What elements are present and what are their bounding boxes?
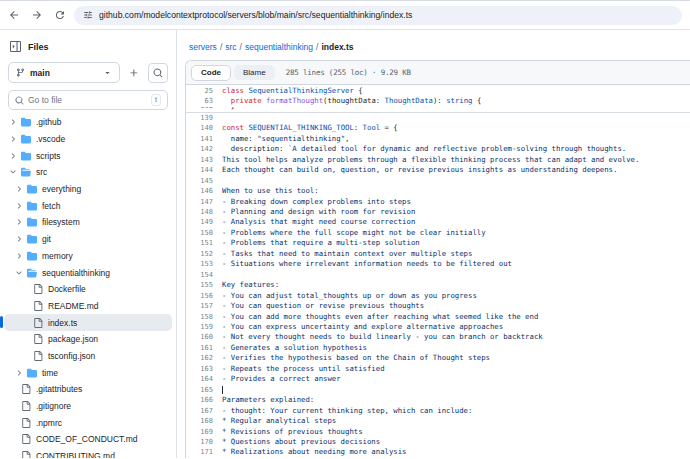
line-number[interactable]: 170 [186,437,222,447]
line-number[interactable]: 141 [186,134,222,144]
line-number[interactable]: 166 [186,395,222,405]
line-number[interactable]: 157 [186,301,222,311]
line-number[interactable]: 143 [186,155,222,165]
line-number[interactable]: 146 [186,186,222,196]
branch-selector[interactable]: main [8,62,120,83]
chevron-down-icon [15,269,23,277]
line-number[interactable]: 142 [186,144,222,154]
code-line-168: 168* Regular analytical steps [186,416,690,426]
tree-item-label: .github [36,117,62,127]
tree-item-Dockerfile[interactable]: Dockerfile [4,281,172,298]
file-tree: .github.vscodescriptssrceverythingfetchf… [0,114,176,458]
tree-item-tsconfig.json[interactable]: tsconfig.json [4,348,172,365]
breadcrumb-item-sequentialthinking[interactable]: sequentialthinking [245,42,313,52]
code-text: - You can add more thoughts even after r… [222,312,538,322]
code-token: - Planning and design with room for revi… [222,207,415,216]
line-number[interactable]: 164 [186,374,222,384]
url-bar[interactable]: github.com/modelcontextprotocol/servers/… [74,6,682,25]
tree-item-label: README.md [48,301,99,311]
line-number[interactable]: 156 [186,291,222,301]
line-number[interactable]: 138 [186,107,222,112]
code-text: - Generates a solution hypothesis [222,343,367,353]
url-text[interactable]: github.com/modelcontextprotocol/servers/… [99,10,412,20]
tree-item-.gitattributes[interactable]: .gitattributes [4,381,172,398]
tree-item-label: everything [42,184,81,194]
line-number[interactable]: 155 [186,280,222,290]
tab-blame[interactable]: Blame [234,65,275,80]
tree-item-scripts[interactable]: scripts [4,147,172,164]
code-token: * Regular analytical steps [222,416,336,425]
search-files-button[interactable] [148,63,168,83]
line-number[interactable]: 171 [186,447,222,457]
go-to-file-placeholder: Go to file [28,95,62,105]
line-number[interactable]: 159 [186,322,222,332]
line-number[interactable]: 167 [186,406,222,416]
code-line-142: 142 description: `A detailed tool for dy… [186,144,690,154]
tree-item-filesystem[interactable]: filesystem [4,214,172,231]
breadcrumb-item-servers[interactable]: servers [189,42,217,52]
code-line-170: 170* Questions about previous decisions [186,437,690,447]
sidebar-collapse-icon[interactable] [10,41,21,52]
tree-item-git[interactable]: git [4,231,172,248]
tree-item-CODE_OF_CONDUCT.md[interactable]: CODE_OF_CONDUCT.md [4,431,172,448]
line-number[interactable]: 151 [186,238,222,248]
line-number[interactable]: 160 [186,332,222,342]
tree-item-.github[interactable]: .github [4,114,172,131]
tree-item-README.md[interactable]: README.md [4,298,172,315]
code-text: - Analysis that might need course correc… [222,217,415,227]
line-number[interactable]: 144 [186,165,222,175]
tree-item-.gitignore[interactable]: .gitignore [4,398,172,415]
tree-item-package.json[interactable]: package.json [4,331,172,348]
code-text: - Repeats the process until satisfied [222,364,385,374]
forward-icon[interactable] [31,9,43,21]
code-line-161: 161- Generates a solution hypothesis [186,343,690,353]
tree-item-index.ts[interactable]: index.ts [4,314,172,331]
tree-item-src[interactable]: src [4,164,172,181]
tree-item-.vscode[interactable]: .vscode [4,131,172,148]
line-number[interactable]: 169 [186,427,222,437]
line-number[interactable]: 152 [186,249,222,259]
code-token: : [354,123,363,132]
reload-icon[interactable] [54,9,66,21]
line-number[interactable]: 154 [186,270,222,280]
tree-item-everything[interactable]: everything [4,181,172,198]
line-number[interactable]: 163 [186,364,222,374]
tree-item-sequentialthinking[interactable]: sequentialthinking [4,264,172,281]
go-to-file-input[interactable]: Go to file t [8,90,168,110]
add-file-button[interactable] [125,64,143,82]
line-number[interactable]: 148 [186,207,222,217]
line-number[interactable]: 140 [186,123,222,133]
tree-item-label: fetch [42,201,60,211]
breadcrumb-item-src[interactable]: src [225,42,236,52]
code-text: - Breaking down complex problems into st… [222,197,411,207]
tree-item-fetch[interactable]: fetch [4,197,172,214]
line-number[interactable]: 168 [186,416,222,426]
code-token: SequentialThinkingServer [248,86,353,95]
line-number[interactable]: 139 [186,113,222,123]
code-text: Key features: [222,280,279,290]
line-number[interactable]: 161 [186,343,222,353]
folder-icon [27,201,37,211]
site-settings-icon[interactable] [83,10,93,20]
code-line-141: 141 name: "sequentialthinking", [186,134,690,144]
tree-item-memory[interactable]: memory [4,248,172,265]
tree-item-label: .vscode [36,134,65,144]
code-token: - You can express uncertainty and explor… [222,322,503,331]
files-header: Files [0,39,176,56]
line-number[interactable]: 153 [186,259,222,269]
line-number[interactable]: 145 [186,176,222,186]
line-number[interactable]: 162 [186,353,222,363]
line-number[interactable]: 25 [186,86,222,96]
line-number[interactable]: 165 [186,385,222,395]
line-number[interactable]: 150 [186,228,222,238]
line-number[interactable]: 158 [186,312,222,322]
breadcrumb-item-index.ts: index.ts [321,42,353,52]
line-number[interactable]: 147 [186,197,222,207]
back-icon[interactable] [8,9,20,21]
tree-item-time[interactable]: time [4,364,172,381]
tab-code[interactable]: Code [191,65,231,81]
tree-item-CONTRIBUTING.md[interactable]: CONTRIBUTING.md [4,448,172,458]
line-number[interactable]: 63 [186,96,222,106]
line-number[interactable]: 149 [186,217,222,227]
tree-item-.npmrc[interactable]: .npmrc [4,414,172,431]
